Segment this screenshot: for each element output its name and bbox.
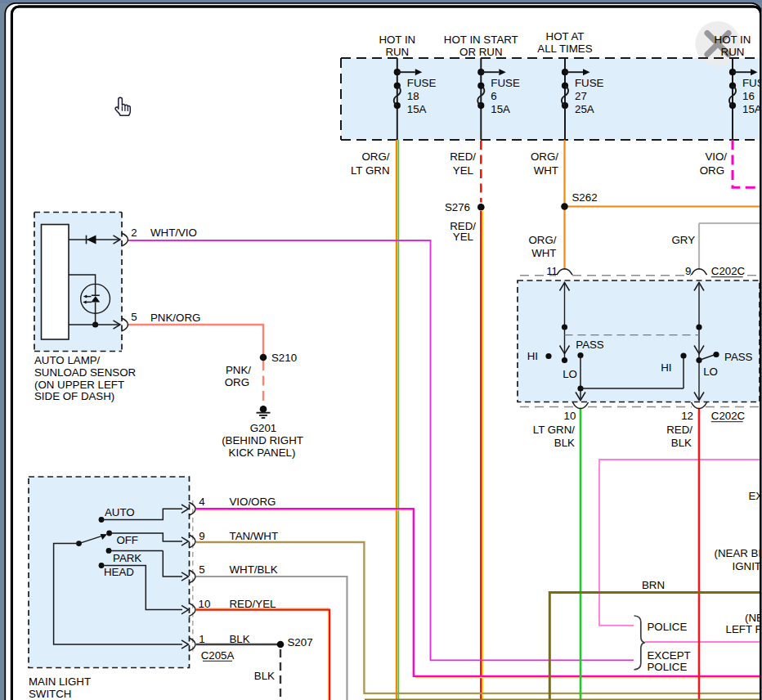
svg-text:WHT: WHT <box>534 164 558 177</box>
svg-text:SWITCH: SWITCH <box>29 688 71 700</box>
svg-text:LEFT FR: LEFT FR <box>726 623 762 635</box>
svg-text:GRY: GRY <box>671 234 695 246</box>
svg-text:4: 4 <box>199 496 204 508</box>
svg-text:9: 9 <box>685 265 691 277</box>
svg-text:(BEHIND RIGHT: (BEHIND RIGHT <box>222 434 303 446</box>
svg-text:15A: 15A <box>491 103 510 115</box>
svg-text:YEL: YEL <box>453 231 473 243</box>
svg-text:S262: S262 <box>572 191 598 204</box>
svg-text:G201: G201 <box>250 422 277 434</box>
svg-text:1: 1 <box>199 633 204 645</box>
svg-text:12: 12 <box>681 410 693 422</box>
svg-text:RED/: RED/ <box>666 424 693 436</box>
svg-text:2: 2 <box>131 227 137 239</box>
svg-text:OR RUN: OR RUN <box>459 46 502 58</box>
svg-text:FUSE: FUSE <box>491 77 520 89</box>
svg-text:POLICE: POLICE <box>648 661 688 673</box>
svg-text:C202C: C202C <box>711 265 746 277</box>
svg-text:5: 5 <box>199 563 204 576</box>
svg-text:FUSE: FUSE <box>407 77 437 89</box>
svg-text:BLK: BLK <box>554 437 575 449</box>
svg-text:SUNLOAD SENSOR: SUNLOAD SENSOR <box>34 366 136 379</box>
svg-text:BRN: BRN <box>642 579 665 591</box>
svg-text:RED/: RED/ <box>450 150 476 163</box>
svg-text:PASS: PASS <box>576 339 604 351</box>
svg-text:ORG/: ORG/ <box>531 150 558 163</box>
svg-text:AUTO: AUTO <box>105 506 135 518</box>
svg-text:LO: LO <box>703 366 718 378</box>
svg-text:VIO/ORG: VIO/ORG <box>230 496 276 508</box>
svg-text:LO: LO <box>563 368 577 380</box>
svg-text:ORG: ORG <box>700 164 724 177</box>
svg-text:ORG/: ORG/ <box>529 234 557 246</box>
svg-text:BLK: BLK <box>671 437 692 449</box>
svg-text:PARK: PARK <box>113 552 141 564</box>
svg-text:(ON UPPER LEFT: (ON UPPER LEFT <box>34 379 124 391</box>
svg-text:YEL: YEL <box>453 164 473 177</box>
svg-text:PNK/ORG: PNK/ORG <box>150 312 200 324</box>
svg-text:KICK PANEL): KICK PANEL) <box>229 446 296 459</box>
svg-text:OFF: OFF <box>116 534 138 546</box>
svg-text:ORG/: ORG/ <box>362 150 390 163</box>
svg-text:WHT/BLK: WHT/BLK <box>230 563 278 576</box>
svg-text:VIO/: VIO/ <box>705 150 727 163</box>
svg-text:HEAD: HEAD <box>104 566 134 578</box>
svg-text:RUN: RUN <box>721 46 745 58</box>
svg-text:PASS: PASS <box>724 351 753 363</box>
svg-text:RED/YEL: RED/YEL <box>230 598 276 610</box>
svg-text:15A: 15A <box>742 103 762 115</box>
svg-text:27: 27 <box>575 90 587 102</box>
svg-text:LT GRN: LT GRN <box>351 164 390 177</box>
svg-text:TAN/WHT: TAN/WHT <box>230 530 279 542</box>
svg-text:15A: 15A <box>407 103 427 115</box>
svg-text:ORG: ORG <box>225 376 249 388</box>
svg-text:LT GRN/: LT GRN/ <box>533 424 576 436</box>
svg-text:16: 16 <box>742 90 755 102</box>
svg-text:5: 5 <box>131 311 137 323</box>
svg-text:FUSE: FUSE <box>575 77 604 89</box>
svg-text:S276: S276 <box>445 201 470 213</box>
svg-text:10: 10 <box>199 598 211 610</box>
svg-text:HOT IN: HOT IN <box>379 34 415 46</box>
svg-text:(NEAR BRA: (NEAR BRA <box>715 547 762 559</box>
svg-text:AUTO LAMP/: AUTO LAMP/ <box>34 354 101 366</box>
svg-text:S207: S207 <box>288 636 313 648</box>
svg-text:18: 18 <box>407 90 419 102</box>
svg-text:SIDE OF DASH): SIDE OF DASH) <box>34 390 114 402</box>
svg-text:EXCEPT: EXCEPT <box>648 649 691 662</box>
svg-text:9: 9 <box>199 530 204 542</box>
svg-text:11: 11 <box>546 265 558 277</box>
svg-text:S210: S210 <box>271 352 297 364</box>
svg-text:RUN: RUN <box>385 46 409 58</box>
svg-text:HOT AT: HOT AT <box>546 30 585 43</box>
svg-text:6: 6 <box>491 90 496 102</box>
svg-text:10: 10 <box>564 410 576 422</box>
svg-text:HI: HI <box>527 350 538 362</box>
svg-text:C202C: C202C <box>711 410 746 422</box>
svg-text:HI: HI <box>661 361 671 374</box>
svg-text:BLK: BLK <box>254 670 275 682</box>
svg-text:WHT/VIO: WHT/VIO <box>150 227 197 239</box>
svg-text:POLICE: POLICE <box>648 621 688 633</box>
svg-text:25A: 25A <box>575 103 594 115</box>
svg-text:MAIN LIGHT: MAIN LIGHT <box>29 675 91 688</box>
svg-text:WHT: WHT <box>531 247 556 259</box>
svg-text:PNK/: PNK/ <box>226 364 251 376</box>
svg-text:BLK: BLK <box>230 633 250 645</box>
svg-text:FUSE: FUSE <box>742 77 762 89</box>
svg-text:HOT IN START: HOT IN START <box>444 34 518 46</box>
svg-text:IGNITI: IGNITI <box>733 560 762 572</box>
svg-text:C205A: C205A <box>201 649 235 662</box>
svg-text:HOT IN: HOT IN <box>715 34 751 46</box>
svg-text:ALL TIMES: ALL TIMES <box>537 43 592 55</box>
